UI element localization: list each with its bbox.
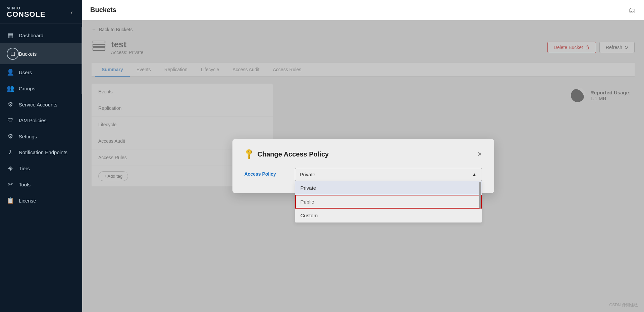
service-accounts-icon: ⚙ xyxy=(7,101,14,108)
sidebar-item-service-accounts[interactable]: ⚙ Service Accounts xyxy=(0,96,82,113)
sidebar-item-label: Service Accounts xyxy=(19,102,57,107)
sidebar-item-label: Settings xyxy=(19,134,37,139)
sidebar-nav: ▦ Dashboard ☐ Buckets 👤 Users 👥 Groups xyxy=(0,24,82,312)
sidebar-item-label: Tools xyxy=(19,182,31,187)
selected-option-label: Private xyxy=(300,172,316,177)
header-folder-icon: 🗂 xyxy=(629,6,636,14)
sidebar-item-label: Users xyxy=(19,70,32,75)
tools-icon: ✂ xyxy=(7,181,14,188)
modal-title-text: Change Access Policy xyxy=(258,150,329,158)
sidebar-item-label: Notification Endpoints xyxy=(19,149,67,155)
access-policy-select[interactable]: Private ▲ xyxy=(295,168,482,181)
modal-header: 🔑 Change Access Policy × xyxy=(245,150,482,159)
dropdown-scrollbar[interactable] xyxy=(479,182,481,209)
form-label: Access Policy xyxy=(245,168,285,177)
buckets-icon: ☐ xyxy=(7,48,14,60)
option-private[interactable]: Private xyxy=(295,181,482,195)
buckets-circle-icon: ☐ xyxy=(7,48,19,60)
sidebar-item-users[interactable]: 👤 Users xyxy=(0,64,82,80)
modal-overlay: 🔑 Change Access Policy × Access Policy P… xyxy=(82,20,644,312)
sidebar-item-iam-policies[interactable]: 🛡 IAM Policies xyxy=(0,113,82,128)
sidebar-item-label: IAM Policies xyxy=(19,118,47,123)
sidebar-item-label: Groups xyxy=(19,86,35,91)
sidebar-item-settings[interactable]: ⚙ Settings xyxy=(0,128,82,144)
sidebar-item-label: Dashboard xyxy=(19,33,43,38)
sidebar-item-notification-endpoints[interactable]: λ Notification Endpoints xyxy=(0,144,82,160)
sidebar-item-groups[interactable]: 👥 Groups xyxy=(0,80,82,96)
dropdown-scroll[interactable]: Private Public Custom xyxy=(295,181,482,222)
modal-body: Access Policy Private ▲ Private Public xyxy=(245,168,482,181)
change-access-policy-modal: 🔑 Change Access Policy × Access Policy P… xyxy=(232,139,494,193)
logo-minio: MINIO xyxy=(7,6,46,10)
main-header: Buckets 🗂 xyxy=(82,0,644,20)
settings-icon: ⚙ xyxy=(7,133,14,140)
sidebar-item-label: License xyxy=(19,198,36,204)
logo-console: CONSOLE xyxy=(7,10,46,19)
sidebar: MINIO CONSOLE ‹ ▦ Dashboard ☐ Buckets 👤 … xyxy=(0,0,82,312)
sidebar-item-buckets[interactable]: ☐ Buckets xyxy=(0,43,82,64)
key-icon: 🔑 xyxy=(243,148,255,160)
users-icon: 👤 xyxy=(7,69,14,76)
option-public[interactable]: Public xyxy=(295,195,482,209)
page-title: Buckets xyxy=(90,6,116,14)
sidebar-collapse-button[interactable]: ‹ xyxy=(68,8,75,17)
dashboard-icon: ▦ xyxy=(7,32,14,39)
nav-section: ▦ Dashboard ☐ Buckets 👤 Users 👥 Groups xyxy=(0,27,82,209)
sidebar-item-label: Tiers xyxy=(19,166,30,171)
logo: MINIO CONSOLE xyxy=(7,6,46,19)
sidebar-item-label: Buckets xyxy=(19,51,37,57)
tiers-icon: ◈ xyxy=(7,165,14,172)
form-row: Access Policy Private ▲ Private Public xyxy=(245,168,482,181)
dropdown-list: Private Public Custom xyxy=(295,181,482,223)
form-control-wrap: Private ▲ Private Public Custom xyxy=(295,168,482,181)
sidebar-item-tools[interactable]: ✂ Tools xyxy=(0,176,82,192)
chevron-up-icon: ▲ xyxy=(472,172,477,177)
bucket-area: ← Back to Buckets test Access: Private xyxy=(82,20,644,312)
groups-icon: 👥 xyxy=(7,85,14,92)
option-custom[interactable]: Custom xyxy=(295,209,482,222)
sidebar-item-license[interactable]: 📋 License xyxy=(0,192,82,209)
sidebar-logo: MINIO CONSOLE ‹ xyxy=(0,0,82,24)
modal-close-button[interactable]: × xyxy=(478,150,482,158)
sidebar-item-tiers[interactable]: ◈ Tiers xyxy=(0,160,82,176)
license-icon: 📋 xyxy=(7,197,14,204)
modal-title: 🔑 Change Access Policy xyxy=(245,150,329,159)
sidebar-item-dashboard[interactable]: ▦ Dashboard xyxy=(0,27,82,43)
main-content: Buckets 🗂 ← Back to Buckets te xyxy=(82,0,644,312)
iam-icon: 🛡 xyxy=(7,117,14,124)
notification-icon: λ xyxy=(7,149,14,156)
